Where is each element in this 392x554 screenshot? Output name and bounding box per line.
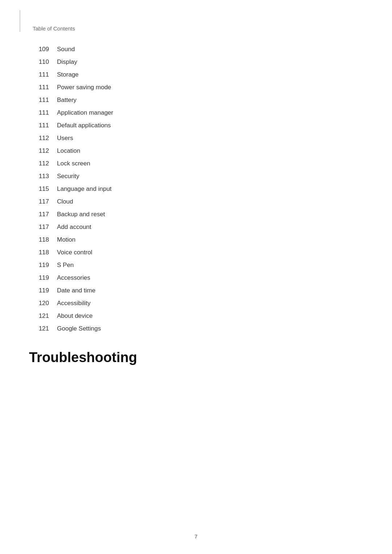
- toc-page-number: 117: [29, 211, 49, 217]
- toc-page-number: 111: [29, 122, 49, 128]
- toc-title: Motion: [57, 237, 75, 243]
- toc-title: Google Settings: [57, 325, 101, 332]
- toc-page-number: 117: [29, 224, 49, 230]
- toc-page-number: 113: [29, 173, 49, 179]
- toc-title: Location: [57, 148, 80, 154]
- toc-title: Users: [57, 135, 73, 141]
- toc-page-number: 112: [29, 160, 49, 167]
- toc-list: 109Sound110Display111Storage111Power sav…: [29, 46, 363, 332]
- toc-page-number: 109: [29, 46, 49, 52]
- toc-page-number: 117: [29, 198, 49, 205]
- toc-item: 117Add account: [29, 224, 363, 230]
- toc-page-number: 119: [29, 262, 49, 268]
- page-container: Table of Contents 109Sound110Display111S…: [0, 0, 392, 554]
- toc-item: 117Cloud: [29, 198, 363, 205]
- toc-title: Power saving mode: [57, 84, 111, 90]
- toc-title: Cloud: [57, 198, 73, 205]
- toc-item: 115Language and input: [29, 186, 363, 192]
- left-border-decoration: [20, 10, 20, 32]
- table-of-contents-label: Table of Contents: [33, 25, 363, 32]
- toc-title: S Pen: [57, 262, 74, 268]
- toc-item: 121Google Settings: [29, 325, 363, 332]
- toc-title: Backup and reset: [57, 211, 105, 217]
- toc-page-number: 120: [29, 300, 49, 306]
- toc-page-number: 111: [29, 71, 49, 78]
- toc-item: 118Voice control: [29, 249, 363, 255]
- toc-title: Lock screen: [57, 160, 90, 167]
- toc-item: 111Power saving mode: [29, 84, 363, 90]
- toc-item: 112Location: [29, 148, 363, 154]
- toc-title: Storage: [57, 71, 79, 78]
- toc-item: 112Lock screen: [29, 160, 363, 167]
- toc-page-number: 121: [29, 313, 49, 319]
- toc-title: Language and input: [57, 186, 111, 192]
- toc-title: Security: [57, 173, 79, 179]
- toc-page-number: 119: [29, 287, 49, 294]
- toc-page-number: 111: [29, 110, 49, 116]
- toc-title: About device: [57, 313, 93, 319]
- toc-page-number: 111: [29, 97, 49, 103]
- toc-item: 111Storage: [29, 71, 363, 78]
- toc-title: Add account: [57, 224, 91, 230]
- page-number: 7: [195, 533, 197, 539]
- toc-item: 112Users: [29, 135, 363, 141]
- toc-item: 111Application manager: [29, 110, 363, 116]
- toc-page-number: 119: [29, 275, 49, 281]
- toc-page-number: 112: [29, 135, 49, 141]
- toc-page-number: 111: [29, 84, 49, 90]
- toc-item: 110Display: [29, 59, 363, 65]
- toc-title: Accessibility: [57, 300, 91, 306]
- toc-title: Default applications: [57, 122, 111, 128]
- toc-page-number: 112: [29, 148, 49, 154]
- toc-page-number: 121: [29, 325, 49, 332]
- troubleshooting-heading: Troubleshooting: [29, 350, 363, 365]
- toc-item: 118Motion: [29, 237, 363, 243]
- toc-item: 109Sound: [29, 46, 363, 52]
- toc-item: 121About device: [29, 313, 363, 319]
- toc-item: 119Accessories: [29, 275, 363, 281]
- toc-item: 119S Pen: [29, 262, 363, 268]
- toc-item: 120Accessibility: [29, 300, 363, 306]
- toc-page-number: 115: [29, 186, 49, 192]
- toc-item: 119Date and time: [29, 287, 363, 294]
- toc-title: Sound: [57, 46, 75, 52]
- toc-page-number: 118: [29, 249, 49, 255]
- toc-item: 117Backup and reset: [29, 211, 363, 217]
- toc-title: Display: [57, 59, 77, 65]
- toc-page-number: 110: [29, 59, 49, 65]
- toc-item: 111Battery: [29, 97, 363, 103]
- toc-title: Application manager: [57, 110, 113, 116]
- toc-item: 113Security: [29, 173, 363, 179]
- toc-page-number: 118: [29, 237, 49, 243]
- toc-title: Date and time: [57, 287, 95, 294]
- toc-title: Voice control: [57, 249, 92, 255]
- toc-title: Battery: [57, 97, 77, 103]
- toc-item: 111Default applications: [29, 122, 363, 128]
- toc-title: Accessories: [57, 275, 90, 281]
